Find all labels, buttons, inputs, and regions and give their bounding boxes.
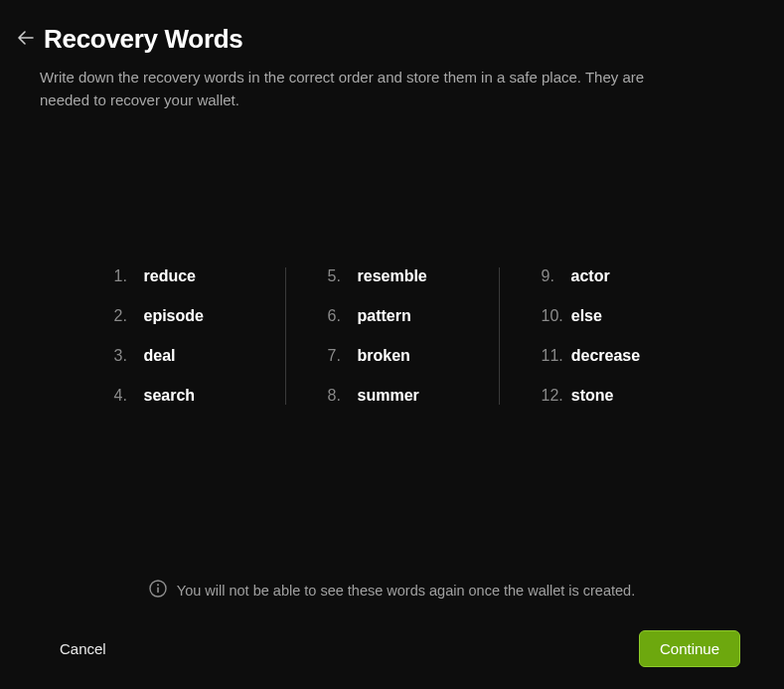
back-arrow-icon[interactable] xyxy=(18,31,34,49)
recovery-word-item: 5. resemble xyxy=(328,267,457,285)
word-value: reduce xyxy=(144,267,196,285)
word-index: 1. xyxy=(114,267,136,285)
page-subtitle: Write down the recovery words in the cor… xyxy=(0,63,735,111)
word-index: 9. xyxy=(542,267,563,285)
recovery-word-item: 7. broken xyxy=(328,347,457,365)
word-value: summer xyxy=(358,387,419,405)
svg-point-1 xyxy=(157,584,159,586)
warning-text: You will not be able to see these words … xyxy=(177,583,635,599)
word-value: pattern xyxy=(358,307,411,325)
word-value: episode xyxy=(144,307,204,325)
page-title: Recovery Words xyxy=(44,24,243,55)
word-value: actor xyxy=(571,267,610,285)
info-icon xyxy=(149,580,167,601)
word-index: 11. xyxy=(542,347,563,365)
word-value: broken xyxy=(358,347,410,365)
recovery-word-item: 9. actor xyxy=(542,267,671,285)
recovery-word-item: 2. episode xyxy=(114,307,243,325)
word-value: search xyxy=(144,387,196,405)
word-value: else xyxy=(571,307,602,325)
word-value: resemble xyxy=(358,267,427,285)
recovery-word-item: 1. reduce xyxy=(114,267,243,285)
recovery-word-item: 3. deal xyxy=(114,347,243,365)
recovery-word-item: 4. search xyxy=(114,387,243,405)
word-index: 10. xyxy=(542,307,563,325)
word-index: 3. xyxy=(114,347,136,365)
svg-rect-2 xyxy=(157,588,159,594)
recovery-word-item: 12. stone xyxy=(542,387,671,405)
cancel-button[interactable]: Cancel xyxy=(56,632,110,665)
warning-message: You will not be able to see these words … xyxy=(0,560,784,612)
word-index: 8. xyxy=(328,387,350,405)
word-index: 2. xyxy=(114,307,136,325)
word-index: 4. xyxy=(114,387,136,405)
word-value: deal xyxy=(144,347,176,365)
word-value: decrease xyxy=(571,347,640,365)
word-index: 5. xyxy=(328,267,350,285)
recovery-word-item: 8. summer xyxy=(328,387,457,405)
word-index: 12. xyxy=(542,387,563,405)
recovery-word-item: 10. else xyxy=(542,307,671,325)
word-value: stone xyxy=(571,387,614,405)
recovery-word-item: 6. pattern xyxy=(328,307,457,325)
word-index: 7. xyxy=(328,347,350,365)
recovery-words-panel: 1. reduce 2. episode 3. deal 4. search 5… xyxy=(0,111,784,560)
continue-button[interactable]: Continue xyxy=(639,630,740,667)
recovery-word-item: 11. decrease xyxy=(542,347,671,365)
word-index: 6. xyxy=(328,307,350,325)
